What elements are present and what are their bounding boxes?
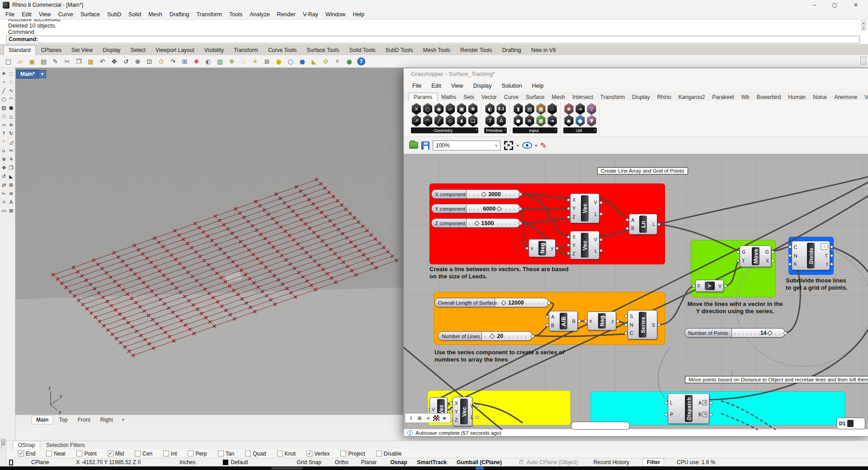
gh-tab-maths[interactable]: Maths	[438, 93, 460, 101]
gh-tab-surface[interactable]: Surface	[522, 93, 548, 101]
command-input[interactable]: Command:	[6, 36, 860, 43]
port-in-c[interactable]: C	[629, 330, 637, 336]
status-inches[interactable]: Inches	[179, 459, 195, 465]
component-line-2pt[interactable]: ABLnL	[629, 214, 657, 235]
palette-icon[interactable]: ◉	[434, 103, 444, 115]
paste-icon[interactable]: ▦	[85, 56, 96, 67]
pointer-icon[interactable]: ➤	[441, 414, 448, 422]
open-file-icon[interactable]: ▱	[14, 56, 26, 67]
component-core[interactable]: Vec	[581, 195, 589, 221]
side-tool-icon-13-1[interactable]: ⊞	[8, 181, 15, 189]
side-tool-icon-13-0[interactable]: ⇄	[0, 181, 8, 189]
port-dot[interactable]	[567, 216, 570, 219]
osnap-option-tan[interactable]: Tan	[218, 451, 234, 457]
export-icon[interactable]: ⇩	[407, 414, 415, 422]
side-tool-icon-5-0[interactable]: ⬭	[0, 112, 8, 121]
side-tool-icon-5-1[interactable]: △	[8, 112, 15, 121]
gh-menu-file[interactable]: File	[407, 81, 426, 90]
gh-tab-transform[interactable]: Transform	[597, 93, 628, 101]
save-document-icon[interactable]	[421, 141, 429, 150]
port-out-v[interactable]: V	[716, 283, 723, 289]
status-grid-snap[interactable]: Grid Snap	[297, 459, 321, 465]
menu-analyze[interactable]: Analyze	[246, 10, 273, 19]
port-dot[interactable]	[788, 263, 792, 266]
port-in-x[interactable]: X	[454, 400, 459, 406]
status-ortho[interactable]: Ortho	[335, 459, 349, 465]
layer-color-swatch[interactable]	[223, 460, 228, 465]
chevron-down-icon[interactable]: ▾	[517, 143, 519, 148]
slider-track[interactable]: 6000	[467, 204, 520, 213]
side-tool-icon-11-1[interactable]: ❐	[8, 164, 15, 172]
port-in-s[interactable]: S	[629, 314, 637, 319]
toolbar-tab-new-in-v8[interactable]: New in V8	[527, 46, 561, 55]
palette-icon[interactable]: ○	[422, 103, 433, 115]
toolbar-tab-display[interactable]: Display	[98, 46, 125, 55]
port-dot[interactable]	[567, 235, 570, 239]
side-tool-icon-12-1[interactable]: ◣	[8, 172, 15, 181]
osnap-option-end[interactable]: ✓End	[18, 451, 35, 457]
status-filter[interactable]: Filter	[643, 458, 664, 466]
port-out-r[interactable]: R	[569, 319, 577, 324]
side-tool-icon-1-0[interactable]: ∘	[0, 78, 8, 86]
palette-icon[interactable]: ↗	[411, 115, 422, 127]
component-core[interactable]: Move	[752, 247, 760, 265]
palette-icon[interactable]: ▮	[513, 103, 524, 115]
slider-z-component[interactable]: Z component1500	[431, 218, 520, 228]
taskbar-item[interactable]	[271, 467, 303, 470]
port-in-v[interactable]: V	[431, 407, 436, 412]
zoom-select[interactable]: 100%∨	[433, 141, 500, 150]
osnap-option-knot[interactable]: Knot	[277, 451, 296, 457]
side-tool-icon-16-1[interactable]: ⊠	[8, 207, 15, 215]
menu-transform[interactable]: Transform	[193, 10, 226, 19]
side-tool-icon-8-0[interactable]: ◜	[0, 138, 8, 146]
port-out-l[interactable]: L	[590, 212, 598, 217]
slider-knob[interactable]	[496, 206, 501, 211]
port-dot[interactable]	[724, 284, 727, 287]
palette-group-label[interactable]: Geometry	[411, 127, 478, 133]
zoom-dynamic-icon[interactable]: ⊕	[132, 56, 143, 67]
status-x-4152-70-y-11985-52-z-0[interactable]: X -4152.70 Y 11985.52 Z 0	[76, 459, 141, 465]
checkbox-unchecked[interactable]	[277, 451, 283, 456]
slider-output-port[interactable]	[519, 221, 522, 225]
port-dot[interactable]	[626, 227, 629, 230]
port-dot[interactable]	[599, 201, 603, 204]
help-icon[interactable]: ?	[357, 57, 365, 66]
port-in-x[interactable]: x	[589, 318, 597, 324]
viewport-add-icon[interactable]: +	[119, 417, 127, 423]
gh-tab-sets[interactable]: Sets	[460, 93, 478, 101]
checkbox-unchecked[interactable]	[163, 451, 169, 456]
slider-output-port[interactable]	[783, 331, 787, 335]
taskbar-item[interactable]	[476, 467, 484, 470]
palette-icon[interactable]: ✕	[411, 103, 422, 115]
port-dot[interactable]	[426, 408, 429, 411]
palette-icon[interactable]: ▦	[535, 115, 546, 127]
wireframe-sphere-icon[interactable]: ○	[285, 56, 296, 67]
zoom-selected-icon[interactable]: ⊙	[156, 56, 167, 67]
checkbox-unchecked[interactable]	[376, 451, 382, 456]
palette-icon[interactable]: ➔	[575, 103, 585, 115]
port-dot[interactable]	[665, 413, 668, 416]
port-in-c[interactable]: C	[793, 244, 806, 250]
port-out-t[interactable]: t	[816, 261, 829, 267]
gh-tab-human[interactable]: Human	[785, 93, 810, 101]
status-cplane[interactable]: CPlane	[31, 459, 49, 465]
port-dot[interactable]	[665, 401, 668, 404]
component-core[interactable]: Neg	[538, 241, 546, 255]
toolbar-tab-curve-tools[interactable]: Curve Tools	[264, 46, 301, 55]
port-dot[interactable]	[830, 254, 833, 257]
component-core[interactable]: Vec	[460, 399, 468, 424]
osnap-option-perp[interactable]: Perp	[188, 451, 207, 457]
point-cloud-icon[interactable]: ∷	[238, 56, 249, 67]
side-tool-icon-4-0[interactable]: ▧	[0, 103, 8, 112]
palette-icon[interactable]: 0.1	[496, 103, 507, 115]
port-dot[interactable]	[546, 315, 549, 319]
light-icon[interactable]: ☀	[250, 56, 261, 67]
port-dot[interactable]	[736, 250, 740, 254]
slider-track[interactable]: 12000	[495, 298, 548, 307]
osnap-option-int[interactable]: Int	[163, 451, 177, 457]
side-tool-icon-9-1[interactable]: ✂	[8, 146, 15, 155]
osnap-option-project[interactable]: Project	[340, 451, 365, 457]
port-dot[interactable]	[584, 320, 587, 323]
toolbar-tab-cplanes[interactable]: CPlanes	[37, 46, 66, 55]
port-dot[interactable]	[709, 401, 712, 404]
